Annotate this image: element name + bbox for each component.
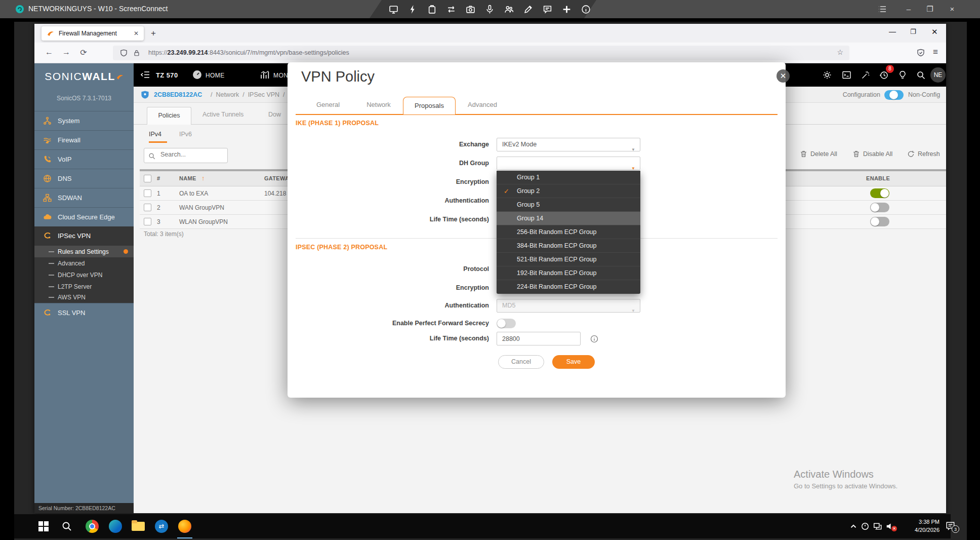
clipboard-icon[interactable]	[427, 5, 437, 14]
screenshot-icon[interactable]	[466, 5, 475, 14]
terminal-icon[interactable]	[842, 70, 851, 80]
browser-tab[interactable]: Firewall Management ✕	[42, 26, 144, 41]
dialog-close-icon[interactable]: ✕	[777, 69, 790, 83]
sidebar-item-dns[interactable]: DNS	[34, 169, 134, 188]
breadcrumb-path[interactable]: / Network / IPSec VPN /	[211, 91, 285, 98]
search-icon[interactable]	[916, 70, 925, 80]
monitor-icon[interactable]	[389, 5, 398, 14]
enable-toggle-on[interactable]	[870, 188, 889, 198]
url-bar[interactable]: https://23.249.99.214:8443/sonicui/7/m/m…	[113, 46, 849, 60]
enable-toggle-off[interactable]	[870, 217, 889, 226]
config-mode-toggle[interactable]	[884, 90, 904, 100]
home-gauge-icon[interactable]	[192, 70, 202, 80]
tab-ipv4[interactable]: IPv4	[149, 131, 161, 138]
url-text[interactable]: https://23.249.99.214:8443/sonicui/7/m/m…	[148, 49, 349, 56]
sidebar-item-firewall[interactable]: Firewall	[34, 130, 134, 149]
annotate-icon[interactable]	[523, 5, 533, 14]
new-tab-button[interactable]: +	[151, 28, 156, 38]
file-explorer-icon[interactable]	[132, 520, 145, 533]
breadcrumb-device-id[interactable]: 2CB8ED8122AC	[154, 91, 202, 98]
sidebar-item-sdwan[interactable]: SDWAN	[34, 188, 134, 207]
tab-policies[interactable]: Policies	[147, 107, 191, 125]
dropdown-option-highlighted[interactable]: Group 14	[497, 212, 640, 225]
microphone-icon[interactable]	[485, 5, 495, 14]
sidebar-item-ssl-vpn[interactable]: SSL VPN	[34, 303, 134, 322]
sc-minimize-button[interactable]: –	[904, 5, 913, 14]
tab-active-tunnels[interactable]: Active Tunnels	[202, 111, 243, 118]
row-checkbox[interactable]	[144, 189, 151, 197]
search-box[interactable]	[144, 148, 228, 163]
back-icon[interactable]: ←	[44, 48, 55, 57]
policy-name[interactable]: WAN GroupVPN	[179, 204, 224, 211]
sidebar-item-dhcp-over-vpn[interactable]: DHCP over VPN	[34, 269, 134, 281]
lightbulb-icon[interactable]	[898, 70, 907, 80]
sidebar-item-voip[interactable]: VoIP	[34, 149, 134, 169]
tab-ipv6[interactable]: IPv6	[179, 131, 192, 138]
dropdown-option[interactable]: 384-Bit Random ECP Group	[497, 239, 640, 253]
dialog-tab-proposals[interactable]: Proposals	[403, 97, 456, 114]
dialog-tab-general[interactable]: General	[303, 101, 353, 108]
sidebar-item-rules-and-settings[interactable]: Rules and Settings	[34, 246, 134, 257]
menu-icon[interactable]: ≡	[933, 47, 938, 57]
tray-screenconnect-icon[interactable]	[861, 522, 870, 531]
sidebar-item-advanced[interactable]: Advanced	[34, 257, 134, 269]
policy-name[interactable]: OA to EXA	[179, 190, 208, 197]
add-icon[interactable]	[562, 5, 571, 14]
sort-arrow-icon[interactable]: ↑	[201, 174, 205, 182]
dropdown-option[interactable]: 224-Bit Random ECP Group	[497, 280, 640, 294]
settings-gear-icon[interactable]	[823, 70, 832, 80]
bookmark-star-icon[interactable]: ☆	[837, 48, 843, 56]
tracking-shield-icon[interactable]	[120, 49, 128, 57]
collapse-menu-icon[interactable]	[141, 71, 150, 79]
reload-icon[interactable]: ⟳	[78, 48, 89, 57]
dropdown-option[interactable]: 256-Bit Random ECP Group	[497, 225, 640, 239]
tab-downloads[interactable]: Dow	[268, 111, 281, 118]
sidebar-item-cloud-secure-edge[interactable]: Cloud Secure Edge	[34, 207, 134, 226]
save-button[interactable]: Save	[552, 355, 595, 369]
enable-toggle-off[interactable]	[870, 203, 889, 212]
info-icon[interactable]	[581, 5, 591, 14]
dropdown-option[interactable]: Group 1	[497, 171, 640, 184]
dialog-tab-network[interactable]: Network	[353, 101, 404, 108]
protections-shield-icon[interactable]	[917, 49, 925, 57]
col-number[interactable]: #	[157, 175, 160, 181]
sidebar-item-l2tp-server[interactable]: L2TP Server	[34, 281, 134, 292]
dropdown-option[interactable]: 521-Bit Random ECP Group	[497, 253, 640, 266]
windows-start-icon[interactable]	[38, 521, 49, 531]
dropdown-option-selected[interactable]: ✓Group 2	[497, 184, 640, 198]
monitor-chart-icon[interactable]	[260, 70, 270, 80]
sidebar-item-system[interactable]: System	[34, 111, 134, 130]
p2-auth-select[interactable]: MD5▼	[497, 299, 640, 313]
dh-group-select[interactable]: ▼	[497, 157, 640, 170]
wizard-wand-icon[interactable]	[861, 70, 870, 80]
session-list-icon[interactable]	[878, 6, 886, 13]
edge-icon[interactable]	[109, 520, 122, 533]
ff-minimize-button[interactable]: —	[889, 27, 896, 35]
transfer-icon[interactable]	[446, 5, 456, 14]
firefox-icon[interactable]	[178, 520, 191, 533]
sidebar-item-ipsec-vpn[interactable]: IPSec VPN	[34, 226, 134, 246]
dropdown-option[interactable]: Group 5	[497, 198, 640, 212]
taskbar-clock[interactable]: 3:38 PM 4/20/2026	[903, 518, 940, 534]
participants-icon[interactable]	[504, 5, 514, 14]
nav-home[interactable]: HOME	[206, 72, 225, 79]
dialog-tab-advanced[interactable]: Advanced	[457, 101, 508, 108]
screenconnect-app-icon[interactable]: ⇄	[155, 520, 168, 533]
ff-close-button[interactable]: ✕	[931, 27, 938, 36]
info-icon[interactable]	[590, 335, 598, 343]
sidebar-item-aws-vpn[interactable]: AWS VPN	[34, 291, 134, 303]
row-checkbox[interactable]	[144, 218, 151, 225]
chat-icon[interactable]	[543, 5, 552, 14]
action-center-icon[interactable]: 3	[946, 521, 956, 531]
policy-name[interactable]: WLAN GroupVPN	[179, 218, 228, 225]
col-enable[interactable]: ENABLE	[866, 175, 890, 181]
search-input[interactable]	[159, 150, 224, 159]
select-all-checkbox[interactable]	[144, 175, 151, 182]
sc-close-button[interactable]: ×	[948, 5, 957, 14]
cancel-button[interactable]: Cancel	[498, 355, 544, 369]
dropdown-option[interactable]: 192-Bit Random ECP Group	[497, 266, 640, 280]
tab-close-icon[interactable]: ✕	[134, 30, 139, 37]
tray-volume-muted-icon[interactable]: ✕	[886, 522, 895, 531]
col-name[interactable]: NAME	[179, 175, 196, 181]
sc-restore-button[interactable]: ❐	[925, 5, 934, 14]
